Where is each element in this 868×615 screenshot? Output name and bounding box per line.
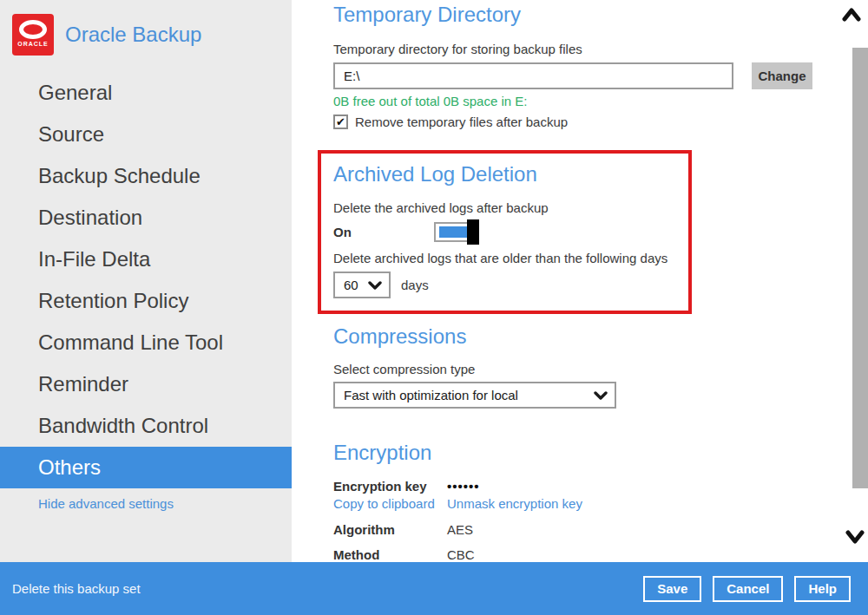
sidebar-item-others[interactable]: Others [0, 447, 292, 488]
delete-archived-logs-label: Delete the archived logs after backup [333, 200, 688, 215]
copy-to-clipboard-link[interactable]: Copy to clipboard [333, 496, 447, 511]
compression-type-label: Select compression type [333, 362, 868, 376]
free-space-status: 0B free out of total 0B space in E: [333, 94, 868, 108]
toggle-knob-icon [467, 219, 479, 245]
toggle-fill [439, 226, 468, 238]
save-button[interactable]: Save [643, 576, 701, 602]
algorithm-label: Algorithm [333, 522, 447, 537]
unmask-encryption-key-link[interactable]: Unmask encryption key [447, 496, 582, 511]
settings-panel: Temporary Directory Temporary directory … [292, 0, 868, 562]
sidebar-item-backup-schedule[interactable]: Backup Schedule [0, 155, 292, 197]
compression-type-select[interactable]: Fast with optimization for local [333, 382, 616, 409]
remove-temp-files-checkbox[interactable]: ✔ [333, 114, 348, 129]
sidebar-item-source[interactable]: Source [0, 114, 292, 155]
oracle-logo-text: ORACLE [17, 41, 49, 47]
checkmark-icon: ✔ [336, 116, 345, 128]
encryption-key-label: Encryption key [333, 479, 447, 494]
sidebar-nav: General Source Backup Schedule Destinati… [0, 72, 292, 511]
sidebar-item-command-line-tool[interactable]: Command Line Tool [0, 322, 292, 363]
chevron-down-icon [368, 281, 382, 290]
delete-archived-logs-toggle[interactable] [434, 222, 479, 242]
days-select-value: 60 [344, 278, 358, 292]
chevron-down-icon [594, 391, 608, 400]
footer-bar: Delete this backup set Save Cancel Help [0, 562, 868, 615]
hide-advanced-settings-link[interactable]: Hide advanced settings [0, 496, 292, 511]
sidebar: ORACLE Oracle Backup General Source Back… [0, 0, 292, 562]
change-directory-button[interactable]: Change [752, 62, 812, 89]
temporary-directory-title: Temporary Directory [333, 2, 868, 28]
encryption-title: Encryption [333, 440, 868, 466]
scrollbar-thumb[interactable] [852, 48, 868, 488]
days-select[interactable]: 60 [333, 272, 391, 298]
temporary-directory-input[interactable] [333, 62, 733, 89]
delete-backup-set-link[interactable]: Delete this backup set [12, 581, 141, 596]
method-value: CBC [447, 547, 475, 562]
archived-log-deletion-highlight-box: Archived Log Deletion Delete the archive… [318, 150, 692, 314]
brand: ORACLE Oracle Backup [0, 0, 292, 56]
remove-temp-files-label: Remove temporary files after backup [355, 114, 568, 129]
compression-type-value: Fast with optimization for local [344, 388, 518, 402]
compressions-title: Compressions [333, 324, 868, 350]
oracle-ring-icon [19, 20, 47, 39]
method-label: Method [333, 547, 447, 562]
temporary-directory-label: Temporary directory for storing backup f… [333, 42, 868, 56]
scroll-up-icon[interactable] [842, 7, 861, 23]
toggle-state-label: On [333, 225, 434, 239]
sidebar-item-retention-policy[interactable]: Retention Policy [0, 280, 292, 322]
days-suffix-label: days [401, 278, 429, 292]
encryption-key-masked-value: •••••• [447, 479, 480, 494]
sidebar-item-reminder[interactable]: Reminder [0, 363, 292, 405]
archived-log-deletion-title: Archived Log Deletion [333, 161, 688, 187]
oracle-logo-icon: ORACLE [12, 14, 54, 56]
sidebar-item-bandwidth-control[interactable]: Bandwidth Control [0, 405, 292, 447]
algorithm-value: AES [447, 522, 473, 537]
scroll-down-icon[interactable] [845, 529, 865, 545]
app-title: Oracle Backup [65, 23, 201, 47]
sidebar-item-in-file-delta[interactable]: In-File Delta [0, 239, 292, 280]
sidebar-item-general[interactable]: General [0, 72, 292, 114]
sidebar-item-destination[interactable]: Destination [0, 197, 292, 239]
older-than-days-label: Delete archived logs that are older than… [333, 251, 688, 265]
cancel-button[interactable]: Cancel [713, 576, 783, 602]
help-button[interactable]: Help [794, 576, 851, 602]
